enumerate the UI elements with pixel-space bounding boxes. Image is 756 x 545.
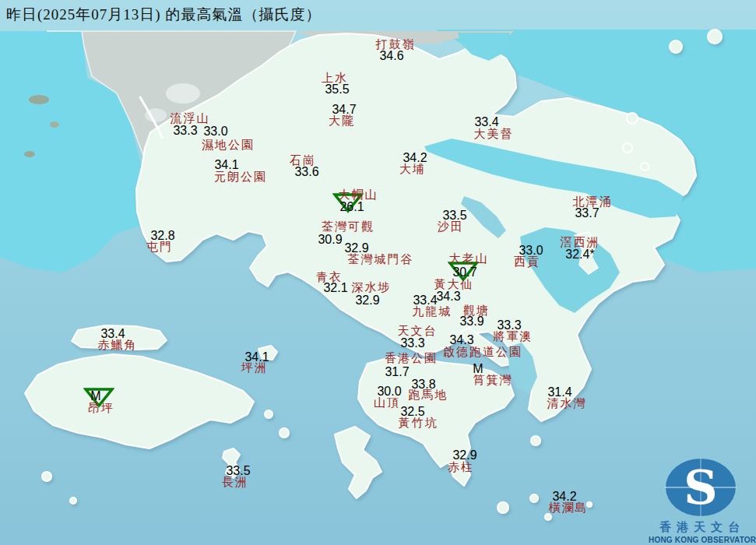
hko-logo-icon: S xyxy=(652,448,753,523)
station-name: 清水灣 xyxy=(547,398,587,410)
station-name: 荃灣可觀 xyxy=(322,221,374,233)
station-name: 九龍城 xyxy=(413,306,452,318)
station-name: 將軍澳 xyxy=(494,331,533,343)
station-name: 荃灣城門谷 xyxy=(348,254,414,265)
station-name: 大老山 xyxy=(449,253,489,265)
station-name: 濕地公園 xyxy=(202,139,255,151)
station-value: 33.9 xyxy=(459,315,483,328)
station-name: 深水埗 xyxy=(352,282,392,294)
stations-layer: 34.6打鼓嶺35.5上水34.7大隴33.4大美督33.3流浮山33.0濕地公… xyxy=(0,0,756,545)
station-name: 黃大仙 xyxy=(434,279,474,290)
station-value: 26.1 xyxy=(339,201,364,213)
station-name: 屯門 xyxy=(146,241,173,253)
station-name: 北潭涌 xyxy=(573,196,613,208)
station-name: 元朗公園 xyxy=(214,171,267,183)
station-value: 33.6 xyxy=(294,166,318,178)
station-name: 西貢 xyxy=(514,256,540,268)
station-value: 33.0 xyxy=(203,125,227,138)
station-value: 33.7 xyxy=(575,207,599,220)
station-name: 大美督 xyxy=(474,128,514,140)
station-value: 30.9 xyxy=(318,234,342,246)
station-name: 橫瀾島 xyxy=(549,502,589,514)
station-name: 大埔 xyxy=(399,164,426,175)
station-name: 上水 xyxy=(322,72,348,84)
station-name: 香港公園 xyxy=(385,353,438,364)
station-name: 長洲 xyxy=(222,476,248,488)
hko-logo-name-cn: 香港天文台 xyxy=(649,520,756,535)
station-name: 黃竹坑 xyxy=(399,417,438,429)
hko-logo: S 香港天文台 HONG KONG OBSERVATORY xyxy=(649,448,756,544)
station-name: 青衣 xyxy=(316,272,343,283)
station-name: 筲箕灣 xyxy=(473,374,513,386)
station-name: 跑馬地 xyxy=(409,389,448,401)
station-value: 35.5 xyxy=(325,83,349,96)
station-name: 坪洲 xyxy=(241,362,268,374)
station-name: 赤柱 xyxy=(448,462,474,473)
station-value: 34.3 xyxy=(436,290,460,303)
station-name: 沙田 xyxy=(438,221,464,233)
station-name: 天文台 xyxy=(398,325,438,337)
station-name: 滘西洲 xyxy=(561,237,600,248)
svg-text:S: S xyxy=(684,460,717,515)
station-name: 流浮山 xyxy=(171,113,210,125)
station-name: 石崗 xyxy=(290,155,316,167)
station-value: 33.3 xyxy=(173,125,197,137)
station-value: 31.7 xyxy=(385,366,409,378)
station-name: 赤鱲角 xyxy=(98,339,138,351)
station-name: 啟德跑道公園 xyxy=(443,346,522,358)
station-name: 觀塘 xyxy=(463,305,490,317)
station-name: 大帽山 xyxy=(339,189,378,201)
station-name: 打鼓嶺 xyxy=(376,39,416,51)
station-name: 昂坪 xyxy=(88,403,114,414)
station-value: 32.4* xyxy=(565,248,594,261)
station-name: 大隴 xyxy=(329,115,355,127)
station-value: 32.9 xyxy=(355,294,379,307)
station-value: 33.3 xyxy=(400,337,424,350)
weather-map-screen: 昨日(2025年07月13日) 的最高氣溫（攝氏度） 34.6打鼓嶺35.5上水… xyxy=(0,0,756,545)
station-value: 32.1 xyxy=(323,282,347,294)
station-value: 34.6 xyxy=(379,50,403,62)
hko-logo-name-en: HONG KONG OBSERVATORY xyxy=(649,536,756,544)
station-name: 山頂 xyxy=(374,397,400,409)
